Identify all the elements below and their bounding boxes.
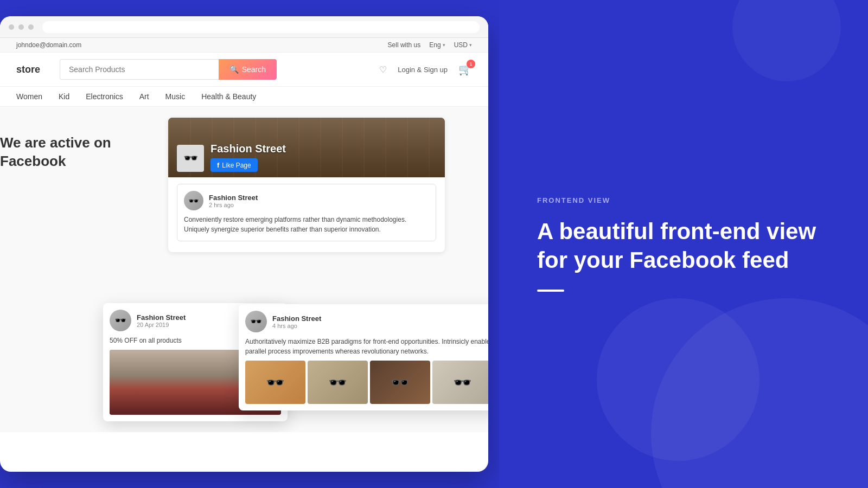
post-time: 2 hrs ago [209,202,258,208]
fc2-meta: Fashion Street 4 hrs ago [272,314,321,329]
fc1-date: 20 Apr 2019 [137,322,186,328]
cover-overlay [168,118,445,177]
facebook-page-cover: 🕶️ Fashion Street f Like Page [168,118,445,177]
fc1-avatar: 🕶️ [110,310,131,331]
browser-address-bar [42,21,480,33]
fc2-time: 4 hrs ago [272,323,321,329]
language-dropdown[interactable]: Eng ▾ [429,41,445,49]
right-panel-label: FRONTEND VIEW [537,196,830,204]
page-avatar: 🕶️ [177,145,204,172]
facebook-f-icon: f [217,161,219,169]
store-topbar: johndoe@domain.com Sell with us Eng ▾ US… [0,38,488,53]
nav-item-women[interactable]: Women [16,92,42,101]
search-icon: 🔍 [229,65,239,74]
post-author-name: Fashion Street [209,194,258,202]
grid-image-4: 🕶️ [432,361,488,404]
right-panel-heading: A beautiful front-end view for your Face… [537,217,830,274]
glasses-icon-2: 🕶️ [308,361,368,404]
right-panel: FRONTEND VIEW A beautiful front-end view… [499,0,868,488]
glasses-icon-3: 🕶️ [370,361,430,404]
grid-image-3: 🕶️ [370,361,430,404]
fc2-image-grid: 🕶️ 🕶️ 🕶️ 🕶️ [245,361,488,404]
language-chevron-icon: ▾ [443,42,445,48]
avatar-glasses-icon: 🕶️ [177,145,204,172]
page-info: Fashion Street f Like Page [210,143,286,172]
store-content: We are active on Facebook 🕶️ Fashion Str… [0,107,488,432]
browser-mockup: johndoe@domain.com Sell with us Eng ▾ US… [0,16,488,472]
search-input[interactable] [60,59,219,80]
store-logo: store [16,64,49,75]
facebook-feed-widget: 🕶️ Fashion Street f Like Page 🕶️ [168,118,445,252]
nav-item-electronics[interactable]: Electronics [86,92,123,101]
glasses-icon-4: 🕶️ [432,361,488,404]
browser-bar [0,16,488,38]
currency-chevron-icon: ▾ [469,42,472,48]
nav-item-kid[interactable]: Kid [59,92,69,101]
nav-item-art[interactable]: Art [139,92,149,101]
search-container: 🔍 Search [60,59,277,80]
facebook-page-name: Fashion Street [210,143,286,155]
left-panel: johndoe@domain.com Sell with us Eng ▾ US… [0,0,499,488]
grid-image-2: 🕶️ [308,361,368,404]
search-button-label: Search [242,65,266,74]
store-header: store 🔍 Search ♡ Login & Sign up 🛒 1 [0,53,488,87]
glasses-icon-1: 🕶️ [245,361,305,404]
like-page-label: Like Page [222,162,251,169]
browser-dot-green [28,24,34,30]
facebook-active-line2: Facebook [0,152,111,171]
nav-item-health-beauty[interactable]: Health & Beauty [201,92,256,101]
browser-dot-red [9,24,14,30]
fc2-text: Authoritatively maximize B2B paradigms f… [245,337,488,356]
cart-button[interactable]: 🛒 1 [458,63,472,76]
sell-with-us-link[interactable]: Sell with us [388,41,421,49]
facebook-active-line1: We are active on [0,134,111,152]
nav-item-music[interactable]: Music [165,92,186,101]
topbar-right: Sell with us Eng ▾ USD ▾ [388,41,472,49]
fc1-meta: Fashion Street 20 Apr 2019 [137,313,186,328]
browser-dot-yellow [18,24,24,30]
floating-card-2-header: 🕶️ Fashion Street 4 hrs ago [245,311,488,332]
post-header: 🕶️ Fashion Street 2 hrs ago [184,191,429,210]
store-navigation: Women Kid Electronics Art Music Health &… [0,87,488,107]
store-email: johndoe@domain.com [16,41,81,49]
fc2-author: Fashion Street [272,314,321,323]
header-actions: ♡ Login & Sign up 🛒 1 [379,63,472,76]
post-meta: Fashion Street 2 hrs ago [209,194,258,208]
login-link[interactable]: Login & Sign up [398,66,448,74]
cart-badge: 1 [467,60,475,68]
post-author-avatar: 🕶️ [184,191,203,210]
fc1-author: Fashion Street [137,313,186,322]
search-button[interactable]: 🔍 Search [219,59,277,80]
grid-image-1: 🕶️ [245,361,305,404]
deco-circle-medium [597,298,760,461]
facebook-active-text: We are active on Facebook [0,134,111,171]
post-text: Conveniently restore emerging platforms … [184,215,429,234]
deco-circle-small [732,0,841,81]
fc2-avatar: 🕶️ [245,311,267,332]
currency-label: USD [454,41,468,49]
language-label: Eng [429,41,441,49]
floating-post-card-2: 🕶️ Fashion Street 4 hrs ago Authoritativ… [239,304,488,410]
right-panel-divider [537,290,564,292]
like-page-button[interactable]: f Like Page [210,158,258,172]
facebook-posts: 🕶️ Fashion Street 2 hrs ago Conveniently… [168,177,445,252]
facebook-post-1: 🕶️ Fashion Street 2 hrs ago Conveniently… [177,184,436,241]
wishlist-heart-icon[interactable]: ♡ [379,65,387,75]
currency-dropdown[interactable]: USD ▾ [454,41,472,49]
